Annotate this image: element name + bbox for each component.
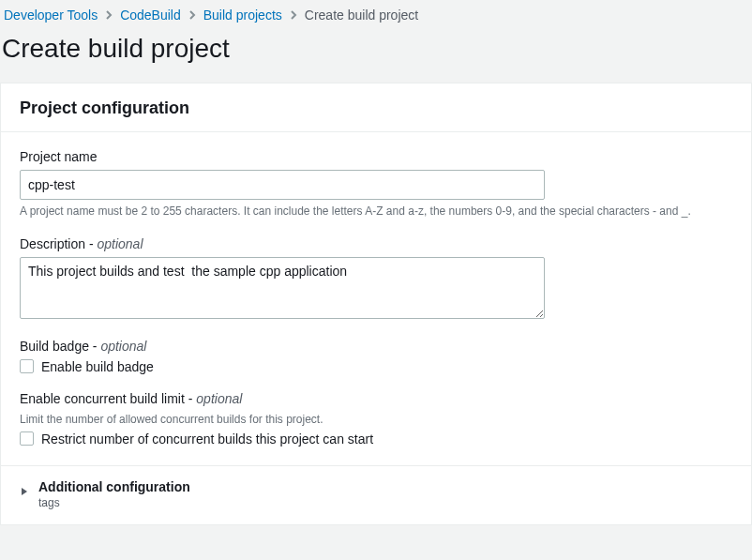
restrict-concurrent-checkbox-label: Restrict number of concurrent builds thi… xyxy=(41,431,373,446)
chevron-right-icon xyxy=(103,9,114,21)
concurrent-limit-group: Enable concurrent build limit - optional… xyxy=(20,391,732,446)
breadcrumb-link-build-projects[interactable]: Build projects xyxy=(203,8,282,23)
description-label-text: Description - xyxy=(20,236,97,251)
build-badge-group: Build badge - optional Enable build badg… xyxy=(20,339,732,374)
restrict-concurrent-checkbox[interactable] xyxy=(20,431,34,446)
project-name-label: Project name xyxy=(20,149,732,164)
breadcrumb-link-developer-tools[interactable]: Developer Tools xyxy=(4,8,98,23)
breadcrumb-link-codebuild[interactable]: CodeBuild xyxy=(120,8,181,23)
concurrent-limit-label-text: Enable concurrent build limit - xyxy=(20,391,196,406)
additional-configuration-toggle[interactable]: Additional configuration tags xyxy=(20,479,732,509)
breadcrumb-current: Create build project xyxy=(305,8,418,23)
build-badge-label-text: Build badge - xyxy=(20,339,100,354)
concurrent-limit-label: Enable concurrent build limit - optional xyxy=(20,391,732,406)
enable-build-badge-checkbox[interactable] xyxy=(20,359,34,373)
description-label: Description - optional xyxy=(20,236,732,251)
breadcrumb: Developer Tools CodeBuild Build projects… xyxy=(0,0,752,30)
svg-marker-0 xyxy=(22,488,27,495)
project-name-help: A project name must be 2 to 255 characte… xyxy=(20,204,732,219)
description-textarea[interactable] xyxy=(20,257,545,319)
project-name-input[interactable] xyxy=(20,170,545,200)
build-badge-label: Build badge - optional xyxy=(20,339,732,354)
panel-title: Project configuration xyxy=(20,98,732,118)
enable-build-badge-checkbox-label: Enable build badge xyxy=(41,359,154,374)
build-badge-optional-text: optional xyxy=(100,339,146,354)
panel-footer: Additional configuration tags xyxy=(1,465,751,524)
caret-right-icon xyxy=(20,484,29,499)
project-name-group: Project name A project name must be 2 to… xyxy=(20,149,732,219)
chevron-right-icon xyxy=(288,9,299,21)
project-configuration-panel: Project configuration Project name A pro… xyxy=(0,83,752,525)
panel-header: Project configuration xyxy=(1,83,751,132)
additional-configuration-title: Additional configuration xyxy=(38,479,190,494)
description-optional-text: optional xyxy=(97,236,143,251)
additional-configuration-subtitle: tags xyxy=(38,496,190,509)
concurrent-limit-optional-text: optional xyxy=(196,391,242,406)
chevron-right-icon xyxy=(187,9,198,21)
page-title: Create build project xyxy=(0,30,752,83)
concurrent-limit-help: Limit the number of allowed concurrent b… xyxy=(20,412,732,428)
description-group: Description - optional xyxy=(20,236,732,322)
